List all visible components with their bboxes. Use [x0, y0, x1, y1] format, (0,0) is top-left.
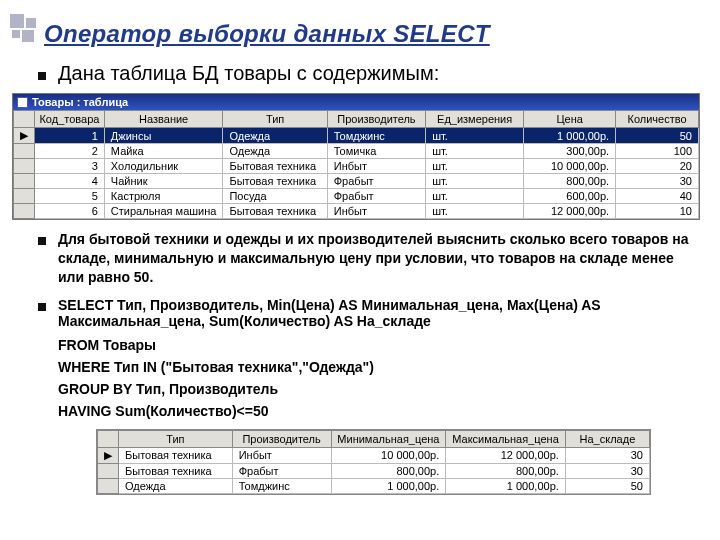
cell: 5 — [35, 189, 105, 204]
col-type: Тип — [223, 111, 327, 128]
slide-decoration — [10, 14, 40, 44]
row-marker — [98, 463, 119, 478]
cell: 40 — [616, 189, 699, 204]
cell: Холодильник — [104, 159, 223, 174]
cell: Бытовая техника — [223, 159, 327, 174]
rcol-qty: На_складе — [565, 430, 649, 447]
cell: 6 — [35, 204, 105, 219]
col-unit: Ед_измерения — [426, 111, 524, 128]
sql-having: HAVING Sum(Количество)<=50 — [36, 403, 690, 419]
cell: Бытовая техника — [119, 447, 233, 463]
db-window-title: Товары : таблица — [32, 96, 128, 108]
cell: Томджинс — [327, 128, 425, 144]
cell: Фрабыт — [232, 463, 331, 478]
cell: Бытовая техника — [223, 204, 327, 219]
table-row: 3ХолодильникБытовая техникаИнбытшт.10 00… — [14, 159, 699, 174]
cell: 2 — [35, 144, 105, 159]
cell: 1 000,00р. — [446, 478, 566, 493]
cell: 1 000,00р. — [524, 128, 616, 144]
cell: 30 — [565, 463, 649, 478]
table-row: ОдеждаТомджинс1 000,00р.1 000,00р.50 — [98, 478, 650, 493]
cell: Томичка — [327, 144, 425, 159]
col-price: Цена — [524, 111, 616, 128]
table-row: 4ЧайникБытовая техникаФрабытшт.800,00р.3… — [14, 174, 699, 189]
table-row: 5КастрюляПосудаФрабытшт.600,00р.40 — [14, 189, 699, 204]
row-marker — [14, 189, 35, 204]
cell: шт. — [426, 204, 524, 219]
cell: 100 — [616, 144, 699, 159]
products-table: Код_товара Название Тип Производитель Ед… — [13, 110, 699, 219]
rcol-max: Максимальная_цена — [446, 430, 566, 447]
sql-from: FROM Товары — [36, 337, 690, 353]
cell: 12 000,00р. — [446, 447, 566, 463]
rcol-min: Минимальная_цена — [331, 430, 446, 447]
table-row: 2МайкаОдеждаТомичкашт.300,00р.100 — [14, 144, 699, 159]
cell: 4 — [35, 174, 105, 189]
cell: Майка — [104, 144, 223, 159]
cell: 50 — [565, 478, 649, 493]
cell: Инбыт — [327, 159, 425, 174]
cell: 10 000,00р. — [524, 159, 616, 174]
cell: шт. — [426, 159, 524, 174]
lead-text-span: Дана таблица БД товары с содержимым: — [58, 62, 439, 84]
cell: Бытовая техника — [119, 463, 233, 478]
task-text: Для бытовой техники и одежды и их произв… — [36, 230, 690, 287]
result-table: Тип Производитель Минимальная_цена Макси… — [97, 430, 650, 494]
result-header-row: Тип Производитель Минимальная_цена Макси… — [98, 430, 650, 447]
cell: шт. — [426, 128, 524, 144]
row-marker — [14, 174, 35, 189]
cell: Бытовая техника — [223, 174, 327, 189]
cell: Инбыт — [327, 204, 425, 219]
cell: шт. — [426, 189, 524, 204]
cell: Фрабыт — [327, 174, 425, 189]
cell: 50 — [616, 128, 699, 144]
cell: 800,00р. — [524, 174, 616, 189]
cell: 800,00р. — [446, 463, 566, 478]
table-row: Бытовая техникаФрабыт800,00р.800,00р.30 — [98, 463, 650, 478]
cell: Одежда — [223, 128, 327, 144]
slide-title: Оператор выборки данных SELECT — [44, 20, 690, 48]
db-window-products: Товары : таблица Код_товара Название Тип… — [12, 93, 700, 220]
cell: 300,00р. — [524, 144, 616, 159]
db-window-titlebar: Товары : таблица — [13, 94, 699, 110]
task-text-span: Для бытовой техники и одежды и их произв… — [58, 231, 689, 285]
col-id: Код_товара — [35, 111, 105, 128]
sql-select: SELECT Тип, Производитель, Min(Цена) AS … — [36, 297, 690, 329]
cell: 30 — [565, 447, 649, 463]
cell: шт. — [426, 174, 524, 189]
row-marker — [14, 204, 35, 219]
sql-groupby: GROUP BY Тип, Производитель — [36, 381, 690, 397]
rcol-maker: Производитель — [232, 430, 331, 447]
lead-text: Дана таблица БД товары с содержимым: — [36, 62, 690, 85]
row-marker — [14, 144, 35, 159]
table-row: ▶1ДжинсыОдеждаТомджинсшт.1 000,00р.50 — [14, 128, 699, 144]
cell: 1 — [35, 128, 105, 144]
cell: 10 000,00р. — [331, 447, 446, 463]
row-marker: ▶ — [98, 447, 119, 463]
cell: 800,00р. — [331, 463, 446, 478]
cell: Чайник — [104, 174, 223, 189]
row-marker: ▶ — [14, 128, 35, 144]
row-marker — [98, 478, 119, 493]
cell: 30 — [616, 174, 699, 189]
cell: Посуда — [223, 189, 327, 204]
cell: Одежда — [223, 144, 327, 159]
cell: Томджинс — [232, 478, 331, 493]
cell: шт. — [426, 144, 524, 159]
cell: 600,00р. — [524, 189, 616, 204]
sql-where: WHERE Тип IN ("Бытовая техника","Одежда"… — [36, 359, 690, 375]
cell: 10 — [616, 204, 699, 219]
cell: Фрабыт — [327, 189, 425, 204]
table-icon — [17, 97, 28, 108]
row-marker — [14, 159, 35, 174]
cell: Джинсы — [104, 128, 223, 144]
db-window-result: Тип Производитель Минимальная_цена Макси… — [96, 429, 651, 495]
cell: 1 000,00р. — [331, 478, 446, 493]
cell: Инбыт — [232, 447, 331, 463]
col-name: Название — [104, 111, 223, 128]
cell: Кастрюля — [104, 189, 223, 204]
cell: Стиральная машина — [104, 204, 223, 219]
cell: 3 — [35, 159, 105, 174]
products-header-row: Код_товара Название Тип Производитель Ед… — [14, 111, 699, 128]
col-qty: Количество — [616, 111, 699, 128]
